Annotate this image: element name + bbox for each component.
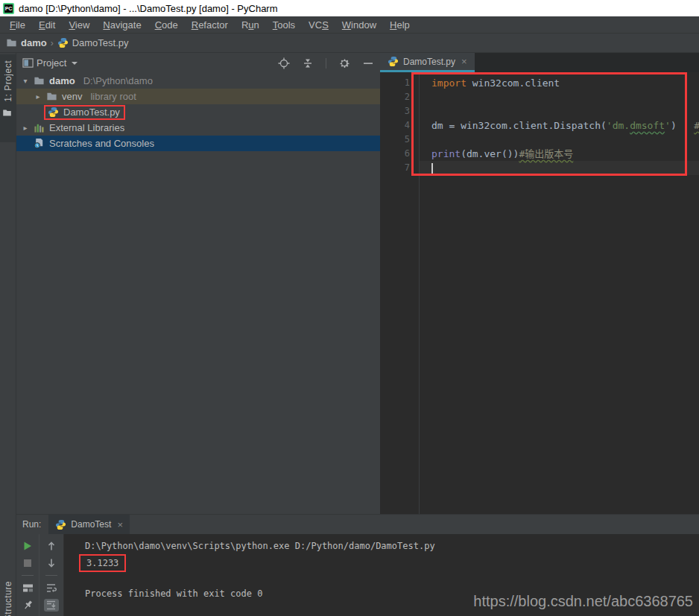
code-line-7[interactable] xyxy=(431,161,699,175)
code-line-3[interactable] xyxy=(431,104,699,118)
run-tab-damotest[interactable]: DamoTest × xyxy=(48,515,130,534)
project-panel-title[interactable]: Project xyxy=(37,57,66,69)
scroll-to-end-button[interactable] xyxy=(44,599,59,612)
chevron-down-icon[interactable] xyxy=(72,62,78,65)
annotation-box: 3.1233 xyxy=(79,554,126,572)
breadcrumb-separator-icon: › xyxy=(51,38,54,48)
folder-icon xyxy=(2,108,13,119)
python-file-icon xyxy=(388,56,399,67)
pycharm-window: PC damo [D:\Python\damo] - ...\DamoTest.… xyxy=(0,0,699,616)
code-area[interactable]: import win32com.clientdm = win32com.clie… xyxy=(419,72,699,514)
code-token: dm = win32com.client.Dispatch( xyxy=(431,120,607,131)
tree-label: venv xyxy=(62,91,82,102)
tree-label: DamoTest.py xyxy=(63,107,120,118)
run-toolbar-right xyxy=(39,534,63,616)
line-number: 2 xyxy=(380,90,410,104)
menu-bar: FileEditViewNavigateCodeRefactorRunTools… xyxy=(0,16,699,33)
stripe-button-structure[interactable]: Structure xyxy=(0,581,16,616)
tree-item-venv[interactable]: ▸venvlibrary root xyxy=(16,89,380,104)
menu-window[interactable]: Window xyxy=(335,19,383,31)
code-token: import xyxy=(431,77,466,89)
code-token xyxy=(677,120,694,131)
run-label: Run: xyxy=(22,519,41,530)
project-panel-header: Project xyxy=(16,53,380,73)
menu-vcs[interactable]: VCS xyxy=(302,19,335,31)
editor-tab-bar: DamoTest.py × xyxy=(380,53,699,72)
menu-tools[interactable]: Tools xyxy=(266,19,302,31)
text-cursor xyxy=(431,163,433,174)
code-token: win32com.client xyxy=(466,77,560,89)
tree-label: Scratches and Consoles xyxy=(49,138,154,149)
tree-label: damo xyxy=(49,75,75,86)
breadcrumb-project[interactable]: damo xyxy=(21,37,47,48)
soft-wrap-button[interactable] xyxy=(44,582,59,594)
tree-item-external-libraries[interactable]: ▸External Libraries xyxy=(16,120,380,136)
pin-tab-button[interactable] xyxy=(20,599,35,612)
menu-edit[interactable]: Edit xyxy=(32,19,62,31)
collapse-all-icon[interactable] xyxy=(302,57,314,69)
console-line-3 xyxy=(85,574,693,587)
code-line-1[interactable]: import win32com.client xyxy=(431,76,699,90)
chevron-down-icon[interactable]: ▾ xyxy=(19,77,31,85)
chevron-right-icon[interactable]: ▸ xyxy=(32,92,44,101)
code-token: 'dm. xyxy=(607,120,630,131)
close-icon[interactable]: × xyxy=(117,519,123,530)
rerun-button[interactable] xyxy=(20,539,35,552)
run-panel-header: Run: DamoTest × xyxy=(16,515,699,534)
line-number: 3 xyxy=(380,104,410,118)
close-icon[interactable]: × xyxy=(461,56,467,67)
chevron-right-icon[interactable]: ▸ xyxy=(19,124,31,132)
menu-file[interactable]: File xyxy=(3,19,32,31)
console-line-2: 3.1233 xyxy=(85,553,693,574)
python-file-icon xyxy=(55,519,66,530)
tab-damotest-py[interactable]: DamoTest.py × xyxy=(380,53,475,72)
code-line-2[interactable] xyxy=(431,90,699,104)
code-token: print xyxy=(431,148,461,159)
stop-button[interactable] xyxy=(20,556,35,569)
restore-layout-button[interactable] xyxy=(20,582,35,594)
folder-icon xyxy=(46,91,58,103)
code-line-5[interactable] xyxy=(431,133,699,147)
divider xyxy=(326,58,326,69)
code-line-6[interactable]: print(dm.ver())#输出版本号 xyxy=(431,147,699,161)
stripe-button-project[interactable]: 1: Project xyxy=(0,54,16,142)
tree-item-damotest-py[interactable]: DamoTest.py xyxy=(16,104,380,120)
code-token: ) xyxy=(671,120,677,131)
menu-run[interactable]: Run xyxy=(235,19,266,31)
line-number: 6 xyxy=(380,147,410,161)
line-number: 1 xyxy=(380,76,410,90)
python-icon xyxy=(48,107,60,118)
code-token: ' xyxy=(665,120,671,131)
line-number: 5 xyxy=(380,133,410,147)
tree-item-damo[interactable]: ▾damoD:\Python\damo xyxy=(16,73,380,89)
gear-icon[interactable] xyxy=(338,57,350,69)
pycharm-logo-icon: PC xyxy=(3,3,14,14)
menu-help[interactable]: Help xyxy=(383,19,417,31)
tree-label-wrap: damoD:\Python\damo xyxy=(31,75,155,87)
run-tab-label: DamoTest xyxy=(71,519,111,530)
python-file-icon xyxy=(57,37,69,48)
down-stack-trace-button[interactable] xyxy=(44,556,59,569)
run-toolbar xyxy=(16,534,64,616)
divider xyxy=(22,575,34,576)
console-line-1: D:\Python\damo\venv\Scripts\python.exe D… xyxy=(85,539,693,553)
code-line-4[interactable]: dm = win32com.client.Dispatch('dm.dmsoft… xyxy=(431,118,699,133)
breadcrumb: damo › DamoTest.py xyxy=(0,33,699,52)
breadcrumb-file[interactable]: DamoTest.py xyxy=(72,37,129,48)
up-stack-trace-button[interactable] xyxy=(44,539,59,552)
title-bar: PC damo [D:\Python\damo] - ...\DamoTest.… xyxy=(0,0,699,16)
tree-sublabel: D:\Python\damo xyxy=(83,75,153,86)
menu-view[interactable]: View xyxy=(62,19,96,31)
menu-refactor[interactable]: Refactor xyxy=(185,19,235,31)
menu-code[interactable]: Code xyxy=(148,19,185,31)
hide-panel-icon[interactable] xyxy=(362,57,374,69)
folder-icon xyxy=(34,75,45,87)
run-toolbar-left xyxy=(16,534,39,616)
tree-item-scratches-and-consoles[interactable]: Scratches and Consoles xyxy=(16,136,380,151)
locate-file-icon[interactable] xyxy=(278,57,290,69)
stripe-structure-label: Structure xyxy=(3,581,13,616)
libraries-icon xyxy=(34,122,45,134)
line-number: 4 xyxy=(380,118,410,133)
menu-navigate[interactable]: Navigate xyxy=(96,19,148,31)
code-token: #输出版本号 xyxy=(519,148,573,159)
